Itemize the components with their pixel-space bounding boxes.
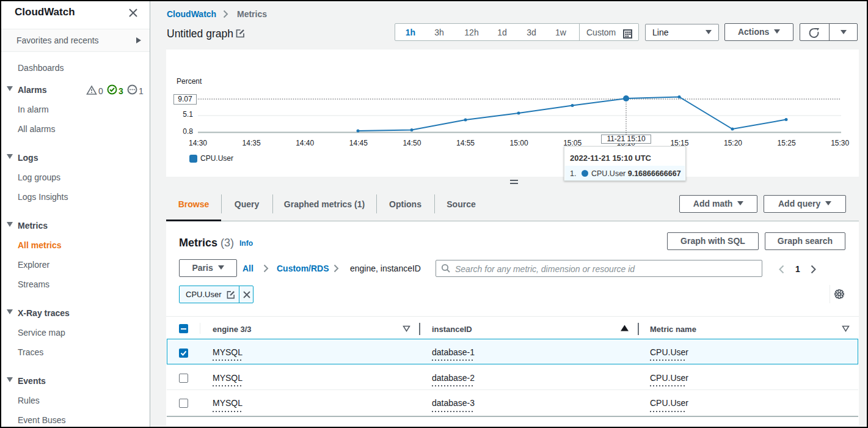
svg-text:15:30: 15:30 [831,139,849,147]
svg-text:14:35: 14:35 [243,139,261,147]
svg-text:15:00: 15:00 [510,139,528,147]
svg-text:14:55: 14:55 [456,139,475,147]
svg-text:14:30: 14:30 [189,139,207,147]
svg-text:CPU.User: CPU.User [200,154,233,163]
svg-text:15:25: 15:25 [778,139,796,147]
svg-text:14:45: 14:45 [349,139,368,147]
svg-text:5.1: 5.1 [183,110,193,119]
svg-text:15:20: 15:20 [724,139,742,147]
svg-text:14:50: 14:50 [403,139,421,147]
svg-text:0.8: 0.8 [183,127,193,136]
svg-text:14:40: 14:40 [296,139,314,147]
